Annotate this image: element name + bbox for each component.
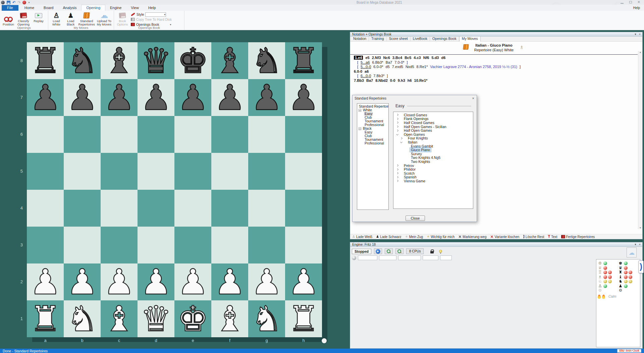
black-piece[interactable]: ♟ (103, 80, 135, 115)
engine-input-5[interactable] (440, 255, 452, 260)
tree-item-standard-repertoires[interactable]: Standard Repertoires (357, 105, 388, 108)
qat-dropdown-icon[interactable]: ▾ (28, 1, 30, 4)
load-black-button[interactable]: ♟ Load Black (64, 12, 77, 26)
scroll-down-icon[interactable]: ▼ (639, 227, 642, 229)
move-token[interactable]: Nf6 (423, 56, 429, 60)
board-square[interactable]: ♜ (27, 300, 64, 337)
move-token[interactable]: 5.d3 (431, 56, 439, 60)
tree-item-easy[interactable]: Easy (357, 130, 388, 134)
expand-panel-button[interactable]: ) (638, 260, 644, 273)
white-piece[interactable]: ♟ (251, 264, 282, 299)
move-token[interactable]: Nc6 (383, 56, 390, 60)
cpus-button[interactable]: 8 CPUs (406, 248, 424, 254)
board-square[interactable]: ♚ (174, 300, 211, 337)
engine-input-1[interactable] (358, 255, 377, 260)
board-square[interactable]: ♚ (174, 42, 211, 79)
restore-icon[interactable] (629, 1, 632, 3)
move-token[interactable]: 2.Nf3 (372, 56, 381, 60)
black-piece[interactable]: ♟ (66, 80, 98, 115)
notation-scrollbar[interactable]: ▲ ▼ (638, 51, 642, 229)
opening-item-closed-games[interactable]: Closed Games (393, 113, 473, 117)
chevron-right-icon[interactable] (396, 172, 398, 174)
board-square[interactable] (101, 227, 138, 263)
app-logo-icon[interactable] (1, 1, 5, 4)
opening-item-half-closed-games[interactable]: Half Closed Games (393, 121, 473, 125)
white-piece[interactable]: ♟ (214, 264, 245, 299)
move-token[interactable]: ] (520, 65, 521, 69)
opening-item-half-open-games[interactable]: Half Open Games (393, 128, 473, 132)
chevron-right-icon[interactable] (396, 125, 398, 128)
chevron-right-icon[interactable] (396, 121, 398, 124)
move-token[interactable]: h6 (408, 78, 412, 82)
board-square[interactable] (211, 227, 248, 263)
chevron-right-icon[interactable] (396, 114, 398, 116)
chevron-right-icon[interactable] (396, 176, 398, 178)
board-square[interactable] (174, 153, 211, 190)
ribbon-tab-board[interactable]: Board (39, 5, 58, 11)
board-square[interactable] (211, 190, 248, 227)
board-square[interactable] (174, 190, 211, 227)
opening-item-four-knights[interactable]: Four Knights (393, 136, 473, 140)
toolbar-item-x-red[interactable]: ×Variante löschen (490, 235, 519, 239)
close-icon[interactable]: × (638, 1, 640, 4)
help-link[interactable]: Help (633, 6, 640, 10)
board-square[interactable] (174, 227, 211, 263)
tree-item-easy[interactable]: Easy (357, 112, 388, 116)
board-square[interactable]: ♟ (138, 79, 174, 116)
engine-close-icon[interactable]: × (639, 242, 641, 247)
board-square[interactable]: ♟ (211, 79, 248, 116)
panel-dropdown-icon[interactable]: ▾ (635, 32, 636, 37)
move-token[interactable]: 5...a6 (361, 60, 370, 64)
board-square[interactable] (27, 116, 64, 153)
lock-icon[interactable] (430, 249, 434, 253)
toolbar-item-white-pawn[interactable]: ♙Lade Weiß (352, 235, 372, 239)
move-token[interactable]: 4.c3 (414, 56, 421, 60)
style-combobox[interactable]: ▾ (145, 12, 166, 17)
white-piece[interactable]: ♛ (140, 301, 171, 336)
opening-tree[interactable]: Closed GamesFlank OpeningsHalf Closed Ga… (393, 112, 473, 209)
black-piece[interactable]: ♚ (177, 43, 208, 78)
ribbon-tab-home[interactable]: Home (20, 5, 39, 11)
board-square[interactable]: ♟ (101, 79, 138, 116)
chess-board[interactable]: ♜♞♝♛♚♝♞♜♟♟♟♟♟♟♟♟♟♟♟♟♟♟♟♟♜♞♝♛♚♝♞♜ (27, 42, 322, 337)
board-square[interactable] (285, 227, 322, 263)
dialog-close-icon[interactable]: × (472, 96, 474, 100)
load-white-button[interactable]: ♙ Load White (50, 12, 63, 26)
move-token[interactable]: [ (357, 60, 358, 64)
move-token[interactable]: 8.Nbd2 (375, 78, 388, 82)
board-square[interactable]: ♟ (285, 79, 322, 116)
move-token[interactable]: Nxd5 (406, 65, 414, 69)
board-square[interactable]: ♝ (101, 300, 138, 337)
engine-icon[interactable] (22, 1, 26, 4)
notation-tab-my-moves[interactable]: My Moves (459, 36, 481, 42)
board-square[interactable] (138, 190, 174, 227)
repertoire-category-tree[interactable]: Standard RepertoiresWhiteEasyClubTournam… (357, 103, 389, 210)
board-square[interactable] (64, 116, 101, 153)
opening-item-giuco-piano[interactable]: Giuco Piano (393, 148, 473, 152)
board-square[interactable] (101, 153, 138, 190)
board-square[interactable]: ♟ (27, 263, 64, 300)
board-square[interactable]: ♟ (248, 263, 285, 300)
board-square[interactable]: ♝ (101, 42, 138, 79)
opening-item-italian[interactable]: Italian (393, 140, 473, 144)
white-piece[interactable]: ♝ (103, 301, 135, 336)
opening-item-two-knights[interactable]: Two Knights (393, 160, 473, 164)
lightbulb-icon[interactable] (439, 250, 442, 253)
white-piece[interactable]: ♜ (30, 301, 61, 336)
board-square[interactable] (248, 227, 285, 263)
ribbon-tab-view[interactable]: View (126, 5, 144, 11)
board-square[interactable] (27, 190, 64, 227)
opening-item-flank-openings[interactable]: Flank Openings (393, 117, 473, 121)
opening-item-spanish[interactable]: Spanish (393, 175, 473, 179)
toolbar-item-bracket[interactable]: ]Lösche Rest (523, 235, 544, 239)
notation-panel-titlebar[interactable]: Notation + Openings Book ▾ × (350, 32, 642, 37)
board-square[interactable] (174, 116, 211, 153)
find-position-button[interactable]: Find Position (1, 12, 15, 26)
board-square[interactable]: ♟ (101, 263, 138, 300)
board-square[interactable] (64, 227, 101, 263)
board-square[interactable]: ♜ (285, 300, 322, 337)
ribbon-tab-help[interactable]: Help (144, 5, 161, 11)
opening-item-open-games[interactable]: Open Games (393, 132, 473, 136)
board-square[interactable]: ♟ (64, 263, 101, 300)
black-piece[interactable]: ♟ (140, 80, 171, 115)
